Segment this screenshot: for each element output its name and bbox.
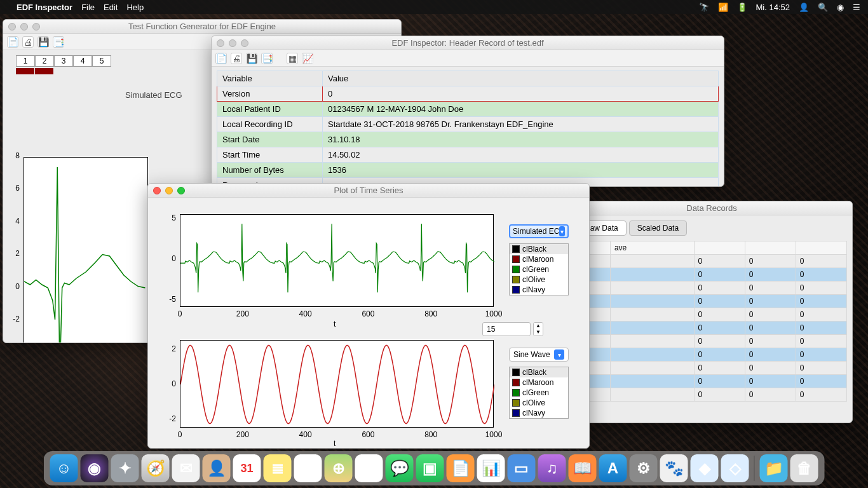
menu-file[interactable]: File xyxy=(81,3,95,12)
bottom-color-list[interactable]: clBlackclMaroonclGreenclOliveclNavy xyxy=(509,367,569,419)
dock-launchpad[interactable]: ✦ xyxy=(111,454,139,482)
dock-appstore[interactable]: A xyxy=(599,454,627,482)
data-title: Data Records xyxy=(571,203,852,213)
dock-notes[interactable]: ≣ xyxy=(264,454,292,482)
header-table[interactable]: VariableValueVersion0Local Patient ID012… xyxy=(217,71,719,187)
dock-contacts[interactable]: 👤 xyxy=(203,454,231,482)
tfg-tab-indicator-1 xyxy=(16,68,35,74)
header-title: EDF Inspector: Header Record of test.edf xyxy=(212,38,724,48)
dock: ☺◉✦🧭✉👤31≣☑⊕✿💬▣📄📊▭♫📖A⚙🐾◆◇📁🗑 xyxy=(44,451,825,485)
tfg-close-button[interactable] xyxy=(8,23,16,30)
dock-itunes[interactable]: ♫ xyxy=(538,454,566,482)
top-series-select[interactable]: Simulated EC ▾ xyxy=(509,224,569,238)
color-option[interactable]: clBlack xyxy=(510,244,568,254)
color-option[interactable]: clNavy xyxy=(510,285,568,295)
dock-xcode2[interactable]: ◇ xyxy=(721,454,749,482)
color-option[interactable]: clGreen xyxy=(510,264,568,274)
color-option[interactable]: clOlive xyxy=(510,398,568,408)
tfg-minimize-button[interactable] xyxy=(20,23,28,30)
header-close-button[interactable] xyxy=(217,39,224,47)
menu-edit[interactable]: Edit xyxy=(104,3,118,12)
top-color-list[interactable]: clBlackclMaroonclGreenclOliveclNavy xyxy=(509,243,569,295)
color-option[interactable]: clGreen xyxy=(510,388,568,398)
spinner-down-icon[interactable]: ▼ xyxy=(534,329,543,336)
new-icon[interactable]: 📄 xyxy=(7,36,18,48)
new-icon[interactable]: 📄 xyxy=(215,53,227,64)
dock-downloads[interactable]: 📁 xyxy=(760,454,788,482)
menu-help[interactable]: Help xyxy=(126,3,144,12)
color-option[interactable]: clMaroon xyxy=(510,377,568,388)
data-records-window: Data Records Raw Data Scaled Data ave000… xyxy=(571,201,853,423)
plot-close-button[interactable] xyxy=(153,187,161,194)
app-menu[interactable]: EDF Inspector xyxy=(17,3,72,12)
tfg-tab-5[interactable]: 5 xyxy=(92,55,111,67)
bottom-series-select[interactable]: Sine Wave ▾ xyxy=(509,348,569,362)
battery-icon[interactable]: 🔋 xyxy=(737,3,747,12)
wifi-icon[interactable]: 📶 xyxy=(718,3,728,12)
header-zoom-button[interactable] xyxy=(241,39,248,47)
bottom-chart-yaxis: 2 0 -2 xyxy=(166,340,179,428)
dock-facetime[interactable]: ▣ xyxy=(416,454,444,482)
data-grid[interactable]: ave000000000000000000000000000000000 xyxy=(576,241,847,402)
chart-icon[interactable]: 📈 xyxy=(302,53,313,64)
dock-ibooks[interactable]: 📖 xyxy=(569,454,597,482)
dock-messages[interactable]: 💬 xyxy=(386,454,414,482)
bottom-chart-xlabel: t xyxy=(334,439,336,448)
dock-numbers[interactable]: 📊 xyxy=(477,454,505,482)
top-chart-yaxis: 5 0 -5 xyxy=(166,214,179,307)
binoculars-icon[interactable]: 🔭 xyxy=(699,3,709,12)
tfg-tab-2[interactable]: 2 xyxy=(35,55,54,67)
header-toolbar: 📄 🖨 💾 📑 ▦ 📈 xyxy=(212,50,724,67)
dock-safari[interactable]: 🧭 xyxy=(142,454,170,482)
top-spinner[interactable]: ▲▼ xyxy=(482,322,543,336)
table-icon[interactable]: ▦ xyxy=(287,53,298,64)
tab-scaled-data[interactable]: Scaled Data xyxy=(629,220,687,236)
color-option[interactable]: clMaroon xyxy=(510,254,568,264)
data-titlebar[interactable]: Data Records xyxy=(571,201,852,215)
dock-mail[interactable]: ✉ xyxy=(172,454,200,482)
tfg-signal-label: Simulated ECG xyxy=(125,90,182,100)
tfg-zoom-button[interactable] xyxy=(32,23,40,30)
dock-keynote[interactable]: ▭ xyxy=(508,454,536,482)
tfg-tab-1[interactable]: 1 xyxy=(16,55,35,67)
tfg-chart xyxy=(24,157,148,343)
export-icon[interactable]: 📑 xyxy=(53,36,64,48)
clock[interactable]: Mi. 14:52 xyxy=(756,3,790,12)
print-icon[interactable]: 🖨 xyxy=(231,53,242,64)
print-icon[interactable]: 🖨 xyxy=(22,36,34,48)
dock-finder[interactable]: ☺ xyxy=(50,454,78,482)
siri-icon[interactable]: ◉ xyxy=(837,3,844,12)
tfg-tab-3[interactable]: 3 xyxy=(54,55,73,67)
dock-maps[interactable]: ⊕ xyxy=(325,454,353,482)
color-option[interactable]: clBlack xyxy=(510,367,568,377)
top-series-label: Simulated EC xyxy=(513,227,559,236)
spinner-up-icon[interactable]: ▲ xyxy=(534,323,543,329)
save-icon[interactable]: 💾 xyxy=(37,36,49,48)
dock-pages[interactable]: 📄 xyxy=(447,454,475,482)
header-titlebar[interactable]: EDF Inspector: Header Record of test.edf xyxy=(212,36,724,50)
notification-center-icon[interactable]: ☰ xyxy=(853,3,860,12)
spinner-input[interactable] xyxy=(482,322,531,336)
dock-lazarus[interactable]: 🐾 xyxy=(660,454,688,482)
dock-calendar[interactable]: 31 xyxy=(233,454,261,482)
dock-trash[interactable]: 🗑 xyxy=(790,454,818,482)
plot-zoom-button[interactable] xyxy=(177,187,185,194)
user-icon[interactable]: 👤 xyxy=(799,3,809,12)
dock-reminders[interactable]: ☑ xyxy=(294,454,322,482)
dock-photos[interactable]: ✿ xyxy=(355,454,383,482)
bottom-series-label: Sine Wave xyxy=(513,350,550,359)
header-minimize-button[interactable] xyxy=(229,39,236,47)
export-icon[interactable]: 📑 xyxy=(261,53,273,64)
dock-xcode1[interactable]: ◆ xyxy=(691,454,719,482)
plot-minimize-button[interactable] xyxy=(165,187,173,194)
save-icon[interactable]: 💾 xyxy=(246,53,257,64)
spotlight-icon[interactable]: 🔍 xyxy=(818,3,828,12)
tfg-titlebar[interactable]: Test Function Generator for EDF Engine xyxy=(3,20,401,34)
dock-sysprefs[interactable]: ⚙ xyxy=(630,454,658,482)
plot-title: Plot of Time Series xyxy=(148,186,589,195)
color-option[interactable]: clNavy xyxy=(510,408,568,418)
dock-siri[interactable]: ◉ xyxy=(81,454,109,482)
tfg-tab-4[interactable]: 4 xyxy=(73,55,92,67)
plot-titlebar[interactable]: Plot of Time Series xyxy=(148,184,589,198)
color-option[interactable]: clOlive xyxy=(510,274,568,285)
